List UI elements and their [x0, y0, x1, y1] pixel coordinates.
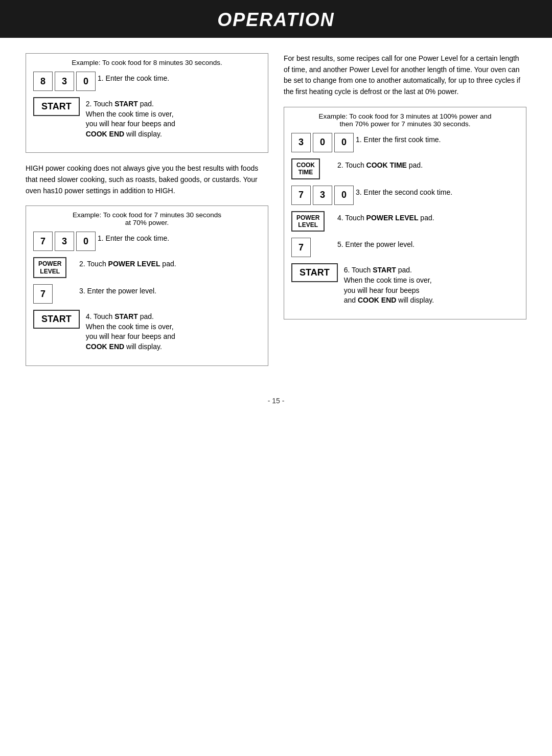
example2-step1-buttons: 7 3 0 [33, 232, 98, 251]
digit-7c: 7 [291, 186, 311, 205]
example1-step2-button: START [33, 97, 86, 116]
digit-3b: 3 [291, 133, 311, 152]
example3-step4-button: POWER LEVEL [291, 211, 337, 232]
digit-7b: 7 [33, 284, 53, 304]
example2-step4: START 4. Touch START pad. When the cook … [33, 310, 261, 352]
example3-step1: 3 0 0 1. Enter the first cook time. [291, 133, 519, 152]
example2-step3-button: 7 [33, 284, 79, 304]
example3-step4-desc: 4. Touch POWER LEVEL pad. [337, 211, 434, 223]
example3-step6-desc: 6. Touch START pad. When the cook time i… [344, 263, 434, 305]
example3-step5-desc: 5. Enter the power level. [337, 238, 415, 250]
right-column: For best results, some recipes call for … [284, 53, 526, 376]
example3-step5-button: 7 [291, 238, 337, 257]
example-box-2: Example: To cook food for 7 minutes 30 s… [26, 205, 268, 365]
digit-0b: 0 [313, 133, 332, 152]
digit-3c: 3 [313, 186, 332, 205]
digit-0a: 0 [76, 232, 96, 251]
example2-step3: 7 3. Enter the power level. [33, 284, 261, 304]
example3-step3: 7 3 0 3. Enter the second cook time. [291, 186, 519, 205]
example-box-1: Example: To cook food for 8 minutes 30 s… [26, 53, 268, 153]
page-footer: - 15 - [0, 397, 552, 420]
example1-step2: START 2. Touch START pad. When the cook … [33, 97, 261, 139]
page-number: - 15 - [268, 397, 285, 405]
digit-0: 0 [76, 72, 96, 91]
digit-7a: 7 [33, 232, 53, 251]
example2-step3-desc: 3. Enter the power level. [79, 284, 156, 296]
example2-step1-desc: 1. Enter the cook time. [98, 232, 169, 244]
page-header: OPERATION [0, 0, 552, 38]
example3-step2: COOK TIME 2. Touch COOK TIME pad. [291, 158, 519, 179]
example3-step6-button: START [291, 263, 344, 282]
main-content: Example: To cook food for 8 minutes 30 s… [0, 53, 552, 376]
digit-3a: 3 [55, 232, 74, 251]
prose-high-power: HIGH power cooking does not always give … [26, 163, 268, 196]
example3-step3-buttons: 7 3 0 [291, 186, 356, 205]
example3-step2-button: COOK TIME [291, 158, 337, 179]
example1-step1-desc: 1. Enter the cook time. [98, 72, 169, 84]
example2-step2-desc: 2. Touch POWER LEVEL pad. [79, 257, 176, 269]
start-button-2: START [33, 310, 80, 329]
digit-0c: 0 [334, 133, 354, 152]
example-2-title: Example: To cook food for 7 minutes 30 s… [33, 211, 261, 226]
start-button-3: START [291, 263, 338, 282]
power-level-button-2: POWER LEVEL [291, 211, 325, 232]
power-level-button-1: POWER LEVEL [33, 257, 66, 278]
digit-8: 8 [33, 72, 53, 91]
example3-step1-buttons: 3 0 0 [291, 133, 356, 152]
cook-time-button: COOK TIME [291, 158, 320, 179]
left-column: Example: To cook food for 8 minutes 30 s… [26, 53, 268, 376]
example-1-title: Example: To cook food for 8 minutes 30 s… [33, 59, 261, 66]
example-3-title: Example: To cook food for 3 minutes at 1… [291, 112, 519, 128]
example1-step1-buttons: 8 3 0 [33, 72, 98, 91]
digit-3: 3 [55, 72, 74, 91]
prose-power-level: For best results, some recipes call for … [284, 53, 526, 98]
example3-step4: POWER LEVEL 4. Touch POWER LEVEL pad. [291, 211, 519, 232]
page-title: OPERATION [0, 9, 552, 31]
start-button-1: START [33, 97, 80, 116]
example-box-3: Example: To cook food for 3 minutes at 1… [284, 107, 526, 319]
digit-7d: 7 [291, 238, 311, 257]
example1-step1: 8 3 0 1. Enter the cook time. [33, 72, 261, 91]
example2-step2: POWER LEVEL 2. Touch POWER LEVEL pad. [33, 257, 261, 278]
example3-step6: START 6. Touch START pad. When the cook … [291, 263, 519, 305]
example2-step4-button: START [33, 310, 86, 329]
example2-step1: 7 3 0 1. Enter the cook time. [33, 232, 261, 251]
example3-step2-desc: 2. Touch COOK TIME pad. [337, 158, 423, 171]
example3-step3-desc: 3. Enter the second cook time. [356, 186, 452, 198]
example3-step1-desc: 1. Enter the first cook time. [356, 133, 441, 145]
digit-0d: 0 [334, 186, 354, 205]
example2-step4-desc: 4. Touch START pad. When the cook time i… [86, 310, 175, 352]
example1-step2-desc: 2. Touch START pad. When the cook time i… [86, 97, 175, 139]
example3-step5: 7 5. Enter the power level. [291, 238, 519, 257]
example2-step2-button: POWER LEVEL [33, 257, 79, 278]
